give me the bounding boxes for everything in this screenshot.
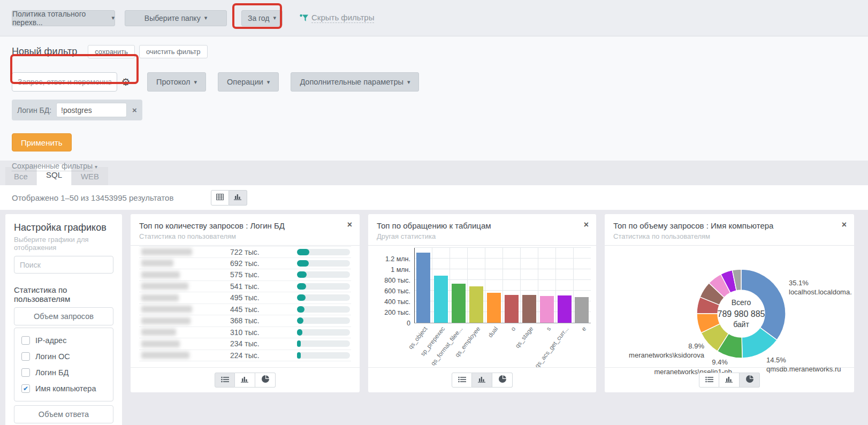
query-input-group: ⚙ <box>12 72 134 92</box>
results-summary: Отображено 1–50 из 13453995 результатов <box>12 193 173 202</box>
folder-dropdown[interactable]: Выберите папку ▾ <box>125 10 227 26</box>
donut-total-caption: Всего <box>698 298 784 307</box>
search-input[interactable] <box>14 256 113 274</box>
close-icon[interactable]: × <box>584 221 589 229</box>
checkbox-icon[interactable] <box>21 352 30 361</box>
list-view-button[interactable] <box>452 373 472 388</box>
gear-icon[interactable]: ⚙ <box>117 72 134 92</box>
bar[interactable] <box>522 295 536 323</box>
checkbox-icon[interactable] <box>21 336 30 345</box>
chevron-down-icon: ▾ <box>273 14 277 21</box>
charts-view-button[interactable] <box>229 190 247 206</box>
bars-view-button[interactable] <box>235 373 255 388</box>
accordion-item-query-volume[interactable]: Объем запросов <box>14 307 113 325</box>
bar-track <box>297 283 350 290</box>
y-axis-tick-label: 400 тыс. <box>377 298 410 306</box>
y-axis-tick-label: 0 <box>377 320 410 327</box>
checkbox-row[interactable]: ✔Имя компьютера <box>21 381 106 397</box>
bar[interactable] <box>540 296 554 323</box>
checkbox-row[interactable]: IP-адрес <box>21 332 106 348</box>
pie-view-button[interactable] <box>492 373 513 388</box>
checkbox-icon[interactable] <box>21 368 30 377</box>
apply-button[interactable]: Применить <box>12 133 72 151</box>
row-value: 495 тыс. <box>219 293 297 302</box>
chart-panel-table-access: Топ по обращению к таблицам Другая стати… <box>368 214 596 392</box>
bar[interactable] <box>469 286 483 323</box>
table-view-button[interactable] <box>211 190 229 206</box>
bar-fill <box>297 260 309 267</box>
close-icon[interactable]: × <box>347 221 352 229</box>
policy-dropdown[interactable]: Политика тотального перехв... ▾ <box>12 10 115 26</box>
bar[interactable] <box>416 253 430 323</box>
callout-name: meranetworks\ksidorova <box>626 351 704 360</box>
bar-track <box>297 306 350 313</box>
saved-filters-link[interactable]: Сохраненные фильтры ▾ <box>12 162 97 171</box>
callout-pct: 35.1% <box>789 278 852 287</box>
pie-view-button[interactable] <box>740 373 760 388</box>
panel-title: Топ по объему запросов : Имя компьютера <box>613 221 846 230</box>
period-dropdown[interactable]: За год ▾ <box>241 10 283 26</box>
bar[interactable] <box>558 295 572 323</box>
bar-chart-icon <box>478 375 486 385</box>
hide-filters-link[interactable]: Скрыть фильтры <box>300 13 374 23</box>
row-value: 234 тыс. <box>219 339 297 348</box>
protocol-dropdown[interactable]: Протокол ▾ <box>147 72 206 92</box>
checkbox-checked-icon[interactable]: ✔ <box>21 384 30 393</box>
bar[interactable] <box>505 295 519 323</box>
bar-track <box>297 352 350 359</box>
list-view-button[interactable] <box>699 373 719 388</box>
checkbox-row[interactable]: Логин ОС <box>21 348 106 365</box>
period-dropdown-label: За год <box>248 14 270 22</box>
bar[interactable] <box>452 284 466 323</box>
checkbox-group: IP-адресЛогин ОСЛогин БД✔Имя компьютера <box>14 328 113 401</box>
bar-fill <box>297 340 301 347</box>
main-area: Настройка графиков Выберите графики для … <box>0 210 868 425</box>
panel-title: Топ по количеству запросов : Логин БД <box>139 221 351 230</box>
blurred-username <box>141 352 189 359</box>
panel-subtitle: Статистика по пользователям <box>613 232 846 240</box>
filter-section: Новый фильтр сохранить очистить фильтр ⚙… <box>0 36 868 161</box>
y-axis-tick-label: 200 тыс. <box>377 309 410 316</box>
chevron-down-icon: ▾ <box>194 79 197 86</box>
results-view-toggle <box>211 190 247 206</box>
pie-view-button[interactable] <box>255 373 276 388</box>
operations-dropdown[interactable]: Операции ▾ <box>218 72 279 92</box>
panel-footer <box>605 367 854 392</box>
bar[interactable] <box>575 297 589 323</box>
checkbox-label: IP-адрес <box>35 336 66 345</box>
clear-filter-button[interactable]: очистить фильтр <box>139 45 208 58</box>
checkbox-row[interactable]: Логин БД <box>21 365 106 381</box>
blurred-username <box>141 317 191 324</box>
accordion-item[interactable]: Объем ответа <box>14 405 113 423</box>
list-view-button[interactable] <box>215 373 235 388</box>
bar-track <box>297 317 350 324</box>
bar[interactable] <box>487 293 501 323</box>
bars-view-button[interactable] <box>719 373 740 388</box>
query-input[interactable] <box>12 72 117 92</box>
chart-settings-sidebar: Настройка графиков Выберите графики для … <box>5 214 122 425</box>
bar-chart-plot: 0200 тыс.400 тыс.600 тыс.800 тыс.1 млн.1… <box>414 248 591 323</box>
row-value: 445 тыс. <box>219 305 297 314</box>
donut-total-value: 789 980 885 <box>698 309 784 319</box>
policy-dropdown-label: Политика тотального перехв... <box>12 10 108 27</box>
bar-fill <box>297 306 304 313</box>
blurred-username <box>141 340 180 347</box>
bar[interactable] <box>434 276 448 323</box>
y-axis-tick-label: 1 млн. <box>377 266 410 274</box>
row-value: 224 тыс. <box>219 351 297 360</box>
remove-chip-icon[interactable]: × <box>132 105 137 115</box>
chip-value-input[interactable] <box>56 103 127 117</box>
bar-chart-icon <box>241 375 249 385</box>
bar-fill <box>297 249 309 255</box>
chart-panel-query-count: Топ по количеству запросов : Логин БД Ст… <box>131 214 360 392</box>
close-icon[interactable]: × <box>842 221 847 229</box>
extra-params-dropdown[interactable]: Дополнительные параметры ▾ <box>291 72 419 92</box>
save-filter-button[interactable]: сохранить <box>88 45 135 58</box>
bars-view-button[interactable] <box>472 373 492 388</box>
panel-footer <box>368 367 596 392</box>
callout-name: localhost.localdoma... <box>789 287 852 297</box>
row-value: 722 тыс. <box>219 248 297 256</box>
pie-callout: 35.1% localhost.localdoma... <box>789 278 852 297</box>
donut-total-unit: байт <box>698 320 784 329</box>
top-toolbar: Политика тотального перехв... ▾ Выберите… <box>0 0 868 36</box>
